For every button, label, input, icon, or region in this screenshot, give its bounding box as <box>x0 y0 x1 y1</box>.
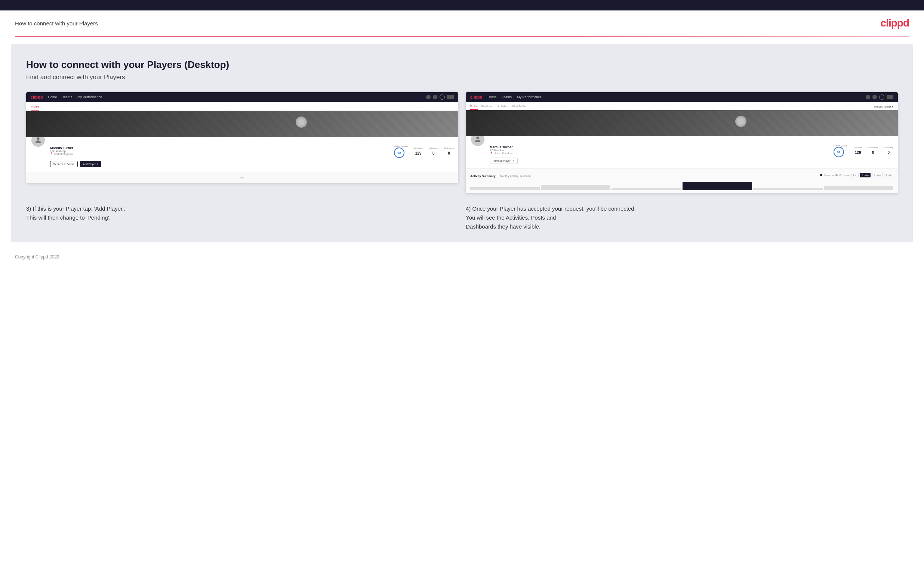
right-tab-dashboard[interactable]: Dashboard <box>481 103 494 110</box>
add-player-button[interactable]: Add Player + <box>80 161 101 167</box>
right-search-icon <box>866 95 870 99</box>
desc-left-text: 3) If this is your Player tap, 'Add Play… <box>26 204 458 222</box>
left-app-mockup: clippd Home Teams My Performance Profile <box>26 92 458 183</box>
header-divider <box>15 36 909 37</box>
bar-1 <box>470 187 540 190</box>
left-avatar-icon <box>447 95 454 99</box>
left-nav-home: Home <box>48 95 57 99</box>
left-mock-hero <box>26 111 458 137</box>
desc-col-right: 4) Once your Player has accepted your re… <box>466 204 898 231</box>
main-subtitle: Find and connect with your Players <box>26 74 898 81</box>
period-3mths[interactable]: 3 mths <box>872 173 882 177</box>
period-6mths[interactable]: 6 mths <box>860 173 871 177</box>
right-dropdown-arrow: ▾ <box>892 105 893 108</box>
remove-player-label: Remove Player <box>493 160 510 162</box>
right-mock-logo: clippd <box>470 95 482 99</box>
left-followers-group: Followers 0 <box>429 147 438 156</box>
period-1yr[interactable]: 1 yr <box>851 173 859 177</box>
left-handicap: 1-5 Handicap <box>50 150 73 152</box>
left-tab-profile[interactable]: Profile <box>31 103 39 111</box>
left-mockup-col: clippd Home Teams My Performance Profile <box>26 92 458 193</box>
bar-3 <box>612 188 681 190</box>
right-following-label: Following <box>884 147 893 148</box>
svg-point-0 <box>37 137 39 140</box>
right-user-icon <box>872 95 877 99</box>
right-username: Marcus Turner <box>874 105 891 108</box>
left-quality-circle: 92 <box>394 148 404 158</box>
legend-oncourse-dot <box>820 174 822 176</box>
top-bar <box>0 0 924 10</box>
page-title: How to connect with your Players <box>15 20 98 26</box>
left-activities-label: Activities <box>414 147 423 149</box>
right-avatar-icon-svg <box>473 135 482 143</box>
right-tab-whattoon[interactable]: What To On <box>512 103 526 110</box>
right-location-text: United Kingdom <box>494 152 512 155</box>
bar-4 <box>683 182 752 190</box>
left-player-info: Marcus Turner 1-5 Handicap 📍 United King… <box>50 143 73 155</box>
right-app-mockup: clippd Home Teams My Performance Profile <box>466 92 898 193</box>
left-followers-label: Followers <box>429 147 438 149</box>
right-avatar-icon <box>887 95 893 99</box>
right-stats-row: Player Quality 92 Activities 129 <box>834 145 893 157</box>
left-stats-row: Player Quality 92 Activities 129 <box>394 145 454 158</box>
left-player-name: Marcus Turner <box>50 146 73 150</box>
right-nav-teams: Teams <box>502 95 512 99</box>
left-location-pin: 📍 <box>50 152 53 155</box>
left-following-label: Following <box>444 147 454 149</box>
description-row: 3) If this is your Player tap, 'Add Play… <box>26 204 898 231</box>
left-avatar-icon-svg <box>34 136 42 144</box>
right-handicap: 1-5 Handicap <box>489 149 518 152</box>
right-tab-activities[interactable]: Activities <box>498 103 508 110</box>
left-location-text: United Kingdom <box>54 153 73 155</box>
desc-right-text: 4) Once your Player has accepted your re… <box>466 204 898 231</box>
left-activities-group: Activities 129 <box>414 147 423 156</box>
left-mock-bottom: ✂ <box>26 172 458 183</box>
left-hero-overlay <box>26 111 458 137</box>
left-nav-myperformance: My Performance <box>78 95 102 99</box>
left-search-icon <box>426 95 431 99</box>
left-followers-value: 0 <box>433 151 435 155</box>
left-mock-tabs: Profile <box>26 102 458 111</box>
right-hero-overlay <box>466 110 898 136</box>
right-quality-label: Player Quality <box>834 145 847 147</box>
right-activities-group: Activities 129 <box>853 147 862 155</box>
right-location: 📍 United Kingdom <box>489 152 518 155</box>
legend-offcourse-dot <box>835 174 838 176</box>
right-location-pin: 📍 <box>489 152 493 155</box>
request-to-follow-button[interactable]: Request to Follow <box>50 161 78 167</box>
right-followers-label: Followers <box>868 147 878 148</box>
left-following-value: 0 <box>448 151 451 155</box>
activity-controls: On course Off course 1 yr 6 mths 3 mths … <box>820 173 893 177</box>
activity-header: Activity Summary Monthly Activity · 6 Mo… <box>470 172 893 179</box>
legend-oncourse-text: On course <box>824 174 834 176</box>
remove-player-button[interactable]: Remove Player ✕ <box>489 158 518 164</box>
right-activities-label: Activities <box>853 147 862 148</box>
right-quality-value: 92 <box>837 150 840 154</box>
right-nav-home: Home <box>488 95 496 99</box>
right-user-dropdown[interactable]: Marcus Turner ▾ <box>874 105 893 108</box>
right-player-name: Marcus Turner <box>489 145 518 149</box>
activity-chart <box>470 181 893 190</box>
logo: clippd <box>880 17 909 29</box>
right-quality-group: Player Quality 92 <box>834 145 847 157</box>
right-followers-value: 0 <box>872 150 874 155</box>
right-tab-profile[interactable]: Profile <box>470 103 478 110</box>
right-mock-hero <box>466 110 898 136</box>
activity-title: Activity Summary <box>470 174 496 178</box>
right-following-group: Following 0 <box>884 147 893 155</box>
right-quality-circle: 92 <box>834 147 844 157</box>
svg-point-1 <box>476 137 479 139</box>
right-nav-icons <box>866 95 893 100</box>
right-mock-tabs: Profile Dashboard Activities What To On … <box>466 102 898 110</box>
left-quality-group: Player Quality 92 <box>394 145 408 158</box>
right-nav-myperformance: My Performance <box>517 95 542 99</box>
left-mock-buttons: Request to Follow Add Player + <box>50 161 454 167</box>
right-mockup-col: clippd Home Teams My Performance Profile <box>466 92 898 193</box>
right-tabs-list: Profile Dashboard Activities What To On <box>470 103 526 110</box>
left-location: 📍 United Kingdom <box>50 152 73 155</box>
left-nav-icons <box>426 95 454 100</box>
period-1mth[interactable]: 1 mth <box>884 173 893 177</box>
left-mock-profile: Marcus Turner 1-5 Handicap 📍 United King… <box>26 137 458 172</box>
right-mock-profile: Marcus Turner 1-5 Handicap 📍 United King… <box>466 136 898 168</box>
bar-2 <box>541 185 611 190</box>
